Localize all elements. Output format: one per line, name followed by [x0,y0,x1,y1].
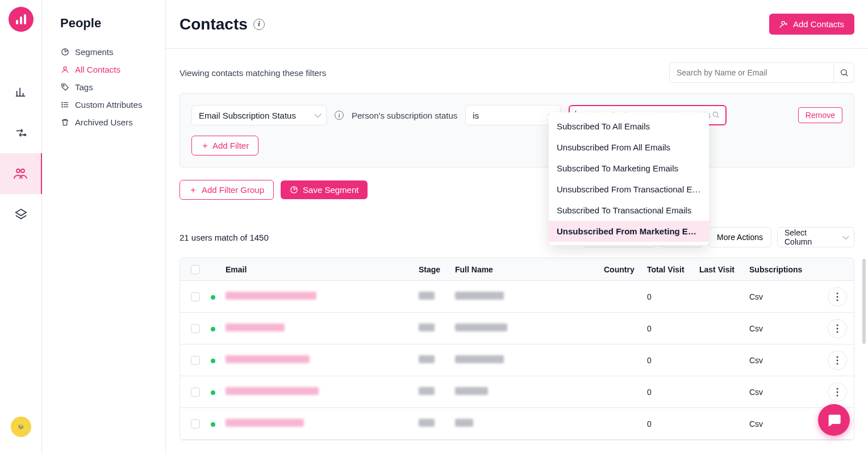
row-checkbox[interactable] [191,419,200,428]
stage-redacted [419,323,435,331]
sidebar-item-segments[interactable]: Segments [56,43,160,61]
email-redacted[interactable] [226,387,319,395]
stage-redacted [419,355,435,363]
dropdown-option[interactable]: Subscribed To Transactional Emails [549,200,709,221]
svg-point-17 [61,104,62,105]
info-icon[interactable]: i [253,19,265,30]
cell-subscriptions: Csv [749,356,821,365]
table-row: 0Csv [180,408,854,440]
rail-people[interactable] [0,153,42,194]
col-country[interactable]: Country [604,265,647,274]
col-subscriptions[interactable]: Subscriptions [749,265,821,274]
svg-point-19 [782,21,784,24]
add-filter-group-button[interactable]: Add Filter Group [180,180,274,200]
svg-point-22 [841,70,846,75]
dropdown-option[interactable]: Subscribed To Marketing Emails [549,158,709,179]
remove-filter-button[interactable]: Remove [798,107,842,123]
cell-subscriptions: Csv [749,324,821,333]
svg-point-34 [837,299,838,301]
col-fullname[interactable]: Full Name [455,265,604,274]
sidebar-item-tags[interactable]: Tags [56,78,160,96]
search-icon [840,68,849,77]
col-lastvisit[interactable]: Last Visit [699,265,749,274]
pie-icon [290,186,298,194]
chat-icon [826,412,842,428]
svg-point-35 [837,324,838,326]
row-checkbox[interactable] [191,324,200,333]
cell-totalvisit: 0 [647,388,699,397]
svg-rect-0 [16,20,18,24]
svg-point-41 [837,388,838,389]
svg-point-39 [837,359,838,361]
sidebar-item-archived-users[interactable]: Archived Users [56,114,160,131]
content-area: Viewing contacts matching these filters … [166,49,868,454]
name-redacted [455,292,504,300]
status-dot [211,390,215,395]
sidebar-item-label: Archived Users [75,117,133,127]
svg-point-33 [837,296,838,297]
email-redacted[interactable] [226,355,310,363]
row-checkbox[interactable] [191,292,200,301]
user-icon [60,65,69,74]
select-column-dropdown[interactable]: Select Column [777,227,854,247]
sidebar-item-custom-attributes[interactable]: Custom Attributes [56,96,160,114]
rail-content[interactable] [0,194,42,235]
info-icon[interactable]: i [335,111,344,120]
svg-point-40 [837,363,838,364]
add-contacts-button[interactable]: Add Contacts [769,14,854,35]
add-filter-label: Add Filter [212,141,249,150]
save-segment-button[interactable]: Save Segment [281,180,368,199]
row-checkbox[interactable] [191,356,200,365]
app-logo[interactable] [9,7,34,32]
scrollbar[interactable] [862,259,866,344]
svg-line-23 [845,74,847,76]
table-header: Email Stage Full Name Country Total Visi… [180,258,854,281]
email-redacted[interactable] [226,323,285,331]
filter-attribute-select[interactable]: Email Subscription Status [191,105,327,125]
select-all-checkbox[interactable] [191,265,200,274]
filter-row: Email Subscription Status i Person's sub… [191,105,842,125]
search-button[interactable] [834,62,854,83]
filter-header-row: Viewing contacts matching these filters [180,62,854,83]
row-menu-button[interactable] [828,351,847,370]
stage-redacted [419,292,435,300]
chat-fab[interactable] [818,404,850,436]
user-plus-icon [779,20,788,29]
name-redacted [455,387,488,395]
row-menu-button[interactable] [828,287,847,306]
add-filter-button[interactable]: Add Filter [191,136,258,155]
select-column-label: Select Column [784,228,836,246]
col-stage[interactable]: Stage [419,265,455,274]
filter-hint: Person's subscription status [352,111,457,120]
filter-value-dropdown: Subscribed To All EmailsUnsubscribed Fro… [549,112,709,245]
row-checkbox[interactable] [191,388,200,397]
search-input[interactable] [669,62,834,83]
dropdown-option[interactable]: Unsubscribed From All Emails [549,137,709,158]
filter-attribute-value: Email Subscription Status [199,111,296,120]
page-title: Contacts i [180,15,265,33]
rail-automation[interactable] [0,112,42,153]
rail-analytics[interactable] [0,72,42,112]
dropdown-option[interactable]: Subscribed To All Emails [549,116,709,137]
filter-operator-select[interactable]: is [465,105,561,125]
email-redacted[interactable] [226,419,304,427]
cell-subscriptions: Csv [749,388,821,397]
row-menu-button[interactable] [828,319,847,338]
sidebar-item-all-contacts[interactable]: All Contacts [56,61,160,78]
col-totalvisit[interactable]: Total Visit [647,265,699,274]
email-redacted[interactable] [226,292,316,300]
brand-badge[interactable]: 🐝 [11,417,31,437]
dropdown-option[interactable]: Unsubscribed From Transactional Em… [549,179,709,200]
dropdown-option[interactable]: Unsubscribed From Marketing Emails [549,221,709,242]
add-filter-group-label: Add Filter Group [202,185,264,195]
segment-actions: Add Filter Group Save Segment [180,180,854,200]
sidebar-item-label: Custom Attributes [75,100,142,110]
sidebar-item-label: All Contacts [75,65,120,74]
trash-icon [60,118,69,127]
more-actions-button[interactable]: More Actions [708,227,771,247]
main-content: Contacts i Add Contacts Viewing contacts… [166,0,868,454]
svg-point-42 [837,391,838,393]
table-row: 0Csv [180,281,854,313]
row-menu-button[interactable] [828,382,847,402]
col-email[interactable]: Email [226,265,419,274]
